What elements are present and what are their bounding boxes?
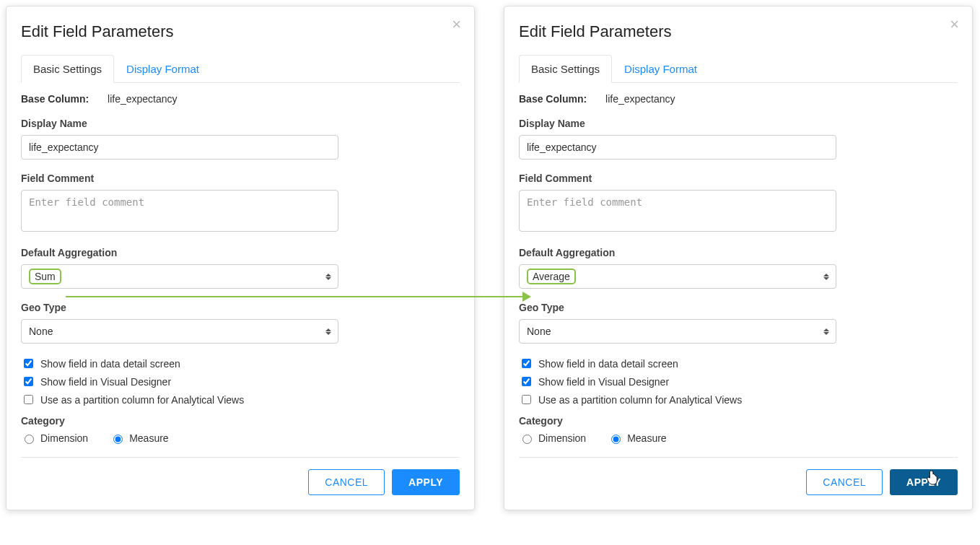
default-aggregation-label: Default Aggregation xyxy=(21,247,460,258)
aggregation-value: Sum xyxy=(35,271,56,283)
geo-type-label: Geo Type xyxy=(21,302,460,313)
cursor-pointer-icon xyxy=(926,471,939,487)
dialog-title: Edit Field Parameters xyxy=(519,22,958,41)
category-label: Category xyxy=(21,415,460,427)
display-name-label: Display Name xyxy=(21,118,460,129)
aggregation-value: Average xyxy=(533,271,570,283)
tab-display-format[interactable]: Display Format xyxy=(114,55,211,83)
show-designer-label: Show field in Visual Designer xyxy=(538,376,669,388)
display-name-label: Display Name xyxy=(519,118,958,129)
tab-basic-settings[interactable]: Basic Settings xyxy=(21,55,114,83)
base-column-label: Base Column: xyxy=(519,93,587,105)
annotation-arrow-line xyxy=(66,296,526,297)
geo-type-label: Geo Type xyxy=(519,302,958,313)
category-label: Category xyxy=(519,415,958,427)
apply-button[interactable]: APPLY xyxy=(392,469,460,495)
edit-field-dialog-right: × Edit Field Parameters Basic Settings D… xyxy=(504,6,973,510)
field-comment-label: Field Comment xyxy=(519,173,958,184)
base-column-label: Base Column: xyxy=(21,93,89,105)
close-icon[interactable]: × xyxy=(452,17,461,32)
show-detail-checkbox[interactable] xyxy=(24,359,33,368)
display-name-input[interactable] xyxy=(21,135,338,160)
partition-checkbox[interactable] xyxy=(522,395,531,404)
dimension-label: Dimension xyxy=(538,432,586,444)
measure-radio[interactable] xyxy=(611,435,621,444)
apply-button[interactable]: APPLY xyxy=(890,469,958,495)
dimension-label: Dimension xyxy=(40,432,88,444)
show-designer-checkbox[interactable] xyxy=(24,377,33,386)
select-caret-icon xyxy=(323,270,333,283)
edit-field-dialog-left: × Edit Field Parameters Basic Settings D… xyxy=(6,6,475,510)
tabs: Basic Settings Display Format xyxy=(21,54,460,83)
field-comment-input[interactable] xyxy=(21,190,338,232)
show-designer-checkbox[interactable] xyxy=(522,377,531,386)
base-column-value: life_expectancy xyxy=(108,93,178,105)
field-comment-label: Field Comment xyxy=(21,173,460,184)
geo-type-value: None xyxy=(29,326,53,337)
show-detail-label: Show field in data detail screen xyxy=(538,358,678,370)
cancel-button[interactable]: CANCEL xyxy=(308,469,385,495)
base-column-value: life_expectancy xyxy=(605,93,675,105)
select-caret-icon xyxy=(821,270,831,283)
show-detail-checkbox[interactable] xyxy=(522,359,531,368)
tab-basic-settings[interactable]: Basic Settings xyxy=(519,55,612,83)
show-designer-label: Show field in Visual Designer xyxy=(40,376,171,388)
select-caret-icon xyxy=(821,325,831,338)
dialog-title: Edit Field Parameters xyxy=(21,22,460,41)
tab-display-format[interactable]: Display Format xyxy=(612,55,709,83)
geo-type-select[interactable]: None xyxy=(21,319,338,344)
measure-radio[interactable] xyxy=(113,435,123,444)
close-icon[interactable]: × xyxy=(950,17,959,32)
cancel-button[interactable]: CANCEL xyxy=(806,469,883,495)
select-caret-icon xyxy=(323,325,333,338)
geo-type-select[interactable]: None xyxy=(519,319,836,344)
display-name-input[interactable] xyxy=(519,135,836,160)
measure-label: Measure xyxy=(627,432,666,444)
partition-label: Use as a partition column for Analytical… xyxy=(40,394,244,406)
partition-checkbox[interactable] xyxy=(24,395,33,404)
geo-type-value: None xyxy=(527,326,551,337)
partition-label: Use as a partition column for Analytical… xyxy=(538,394,742,406)
dimension-radio[interactable] xyxy=(522,435,532,444)
dimension-radio[interactable] xyxy=(25,435,34,444)
default-aggregation-label: Default Aggregation xyxy=(519,247,958,258)
default-aggregation-select[interactable]: Average xyxy=(519,264,836,289)
field-comment-input[interactable] xyxy=(519,190,836,232)
tabs: Basic Settings Display Format xyxy=(519,54,958,83)
default-aggregation-select[interactable]: Sum xyxy=(21,264,338,289)
annotation-arrow-head-icon xyxy=(522,292,531,302)
show-detail-label: Show field in data detail screen xyxy=(40,358,180,370)
measure-label: Measure xyxy=(129,432,168,444)
